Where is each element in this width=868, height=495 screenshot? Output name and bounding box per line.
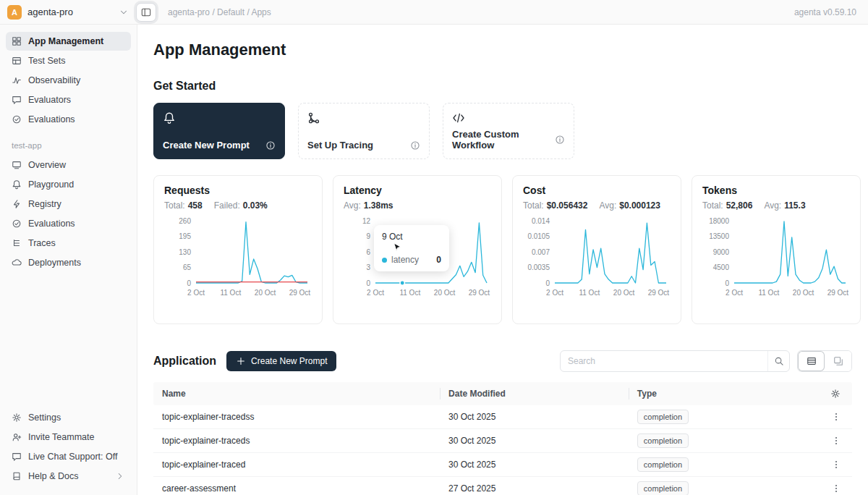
sidebar-toggle-button[interactable] [136, 3, 156, 22]
sidebar-item-overview[interactable]: Overview [6, 156, 131, 174]
sidebar-item-registry[interactable]: Registry [6, 195, 131, 213]
sidebar-item-settings[interactable]: Settings [6, 408, 131, 427]
svg-text:29 Oct: 29 Oct [469, 289, 490, 297]
type-badge: completion [637, 457, 689, 472]
search-input[interactable] [561, 356, 767, 366]
svg-text:0.0035: 0.0035 [527, 263, 550, 271]
table-row[interactable]: topic-explainer-tracedss 30 Oct 2025 com… [153, 405, 852, 429]
row-menu-button[interactable] [827, 432, 845, 449]
mouse-cursor-icon [393, 242, 403, 253]
sidebar-item-label: Observability [28, 75, 80, 85]
sidebar-item-label: Evaluators [28, 95, 71, 105]
type-badge: completion [637, 433, 689, 448]
evaluators-icon [12, 95, 22, 105]
metric-card-latency: Latency Avg:1.38ms 0369122 Oct11 Oct20 O… [333, 175, 502, 324]
svg-text:9000: 9000 [713, 248, 730, 256]
breadcrumb[interactable]: agenta-pro / Default / Apps [168, 7, 271, 17]
sidebar-item-label: Live Chat Support: Off [28, 452, 117, 462]
sidebar-item-live-chat-support[interactable]: Live Chat Support: Off [6, 447, 131, 466]
playground-icon [12, 179, 22, 190]
sidebar-item-app-management[interactable]: App Management [6, 32, 131, 51]
svg-text:65: 65 [183, 263, 192, 271]
sidebar-item-label: Invite Teammate [28, 432, 94, 442]
column-header-date-modified[interactable]: Date Modified [440, 382, 629, 405]
card-view-button[interactable] [825, 351, 851, 371]
column-settings[interactable] [789, 382, 852, 405]
get-started-title: Get Started [153, 80, 852, 93]
sidebar-item-invite-teammate[interactable]: Invite Teammate [6, 428, 131, 447]
metric-title: Tokens [702, 185, 850, 196]
svg-text:20 Oct: 20 Oct [255, 289, 276, 297]
svg-text:18000: 18000 [709, 217, 729, 225]
test-sets-icon [12, 56, 22, 66]
chart-tooltip: 9 Oct latency 0 [374, 225, 449, 271]
sidebar-item-observability[interactable]: Observability [6, 71, 131, 90]
cost-chart: 00.00350.0070.01050.0142 Oct11 Oct20 Oct… [523, 215, 671, 308]
app-name: career-assessment [153, 483, 440, 494]
row-menu-button[interactable] [827, 456, 845, 473]
chat-icon [12, 452, 22, 462]
svg-text:0: 0 [545, 279, 550, 287]
sidebar-item-test-sets[interactable]: Test Sets [6, 51, 131, 70]
card-label: Create New Prompt [163, 140, 250, 151]
sidebar-item-deployments[interactable]: Deployments [6, 253, 131, 272]
table-header: Name Date Modified Type [153, 382, 852, 405]
stat-value: 1.38ms [364, 200, 393, 211]
metric-title: Latency [344, 185, 491, 196]
column-header-name[interactable]: Name [153, 382, 440, 405]
create-custom-workflow-card[interactable]: Create Custom Workflow [443, 103, 574, 159]
gear-icon [830, 389, 841, 399]
stat-value: 52,806 [726, 200, 753, 211]
app-date-modified: 30 Oct 2025 [440, 460, 629, 470]
table-view-icon [807, 356, 817, 366]
svg-text:260: 260 [179, 217, 191, 225]
app-version: agenta v0.59.10 [794, 7, 856, 17]
svg-text:11 Oct: 11 Oct [758, 289, 779, 297]
sidebar-item-label: Test Sets [28, 56, 65, 66]
stat-value: $0.056432 [547, 200, 588, 211]
sidebar-item-playground[interactable]: Playground [6, 175, 131, 194]
set-up-tracing-card[interactable]: Set Up Tracing [298, 103, 430, 159]
gear-icon [12, 412, 22, 423]
evaluations-icon [12, 114, 22, 124]
sidebar-item-traces[interactable]: Traces [6, 234, 131, 253]
row-menu-button[interactable] [827, 480, 845, 495]
registry-icon [12, 199, 22, 209]
user-plus-icon [12, 432, 22, 442]
sidebar-item-app-evaluations[interactable]: Evaluations [6, 214, 131, 233]
table-row[interactable]: career-assessment 27 Oct 2025 completion [153, 477, 852, 495]
stat-value: $0.000123 [619, 200, 660, 211]
info-icon[interactable] [265, 140, 276, 151]
table-row[interactable]: topic-explainer-traced 30 Oct 2025 compl… [153, 453, 852, 477]
traces-icon [12, 238, 22, 248]
create-button-label: Create New Prompt [251, 356, 327, 366]
sidebar-item-evaluators[interactable]: Evaluators [6, 90, 131, 109]
workspace-avatar: A [7, 5, 22, 20]
sidebar-panel-icon [141, 7, 151, 17]
svg-text:2 Oct: 2 Oct [367, 289, 384, 297]
kebab-icon [831, 436, 841, 446]
table-row[interactable]: topic-explainer-traceds 30 Oct 2025 comp… [153, 429, 852, 453]
search-box [560, 350, 790, 372]
search-button[interactable] [767, 351, 789, 371]
sidebar-item-help-docs[interactable]: Help & Docs [6, 467, 131, 486]
info-icon[interactable] [555, 135, 565, 145]
workspace-selector[interactable]: A agenta-pro [7, 5, 129, 20]
kebab-icon [831, 483, 841, 494]
tooltip-series-name: latency [391, 255, 419, 265]
row-menu-button[interactable] [827, 408, 845, 426]
tooltip-date: 9 Oct [382, 232, 441, 242]
info-icon[interactable] [410, 140, 420, 151]
sidebar-item-evaluations[interactable]: Evaluations [6, 110, 131, 129]
card-label: Set Up Tracing [307, 140, 373, 151]
column-header-type[interactable]: Type [629, 382, 789, 405]
type-badge: completion [637, 481, 689, 495]
sidebar-item-label: Settings [28, 412, 61, 423]
metric-card-tokens: Tokens Total:52,806 Avg:115.3 0450090001… [692, 175, 861, 324]
sidebar-item-label: Overview [28, 160, 66, 170]
overview-icon [12, 160, 22, 170]
create-new-prompt-card[interactable]: Create New Prompt [153, 103, 285, 159]
create-new-prompt-button[interactable]: Create New Prompt [226, 351, 336, 371]
svg-text:6: 6 [366, 248, 370, 256]
table-view-button[interactable] [798, 351, 825, 371]
